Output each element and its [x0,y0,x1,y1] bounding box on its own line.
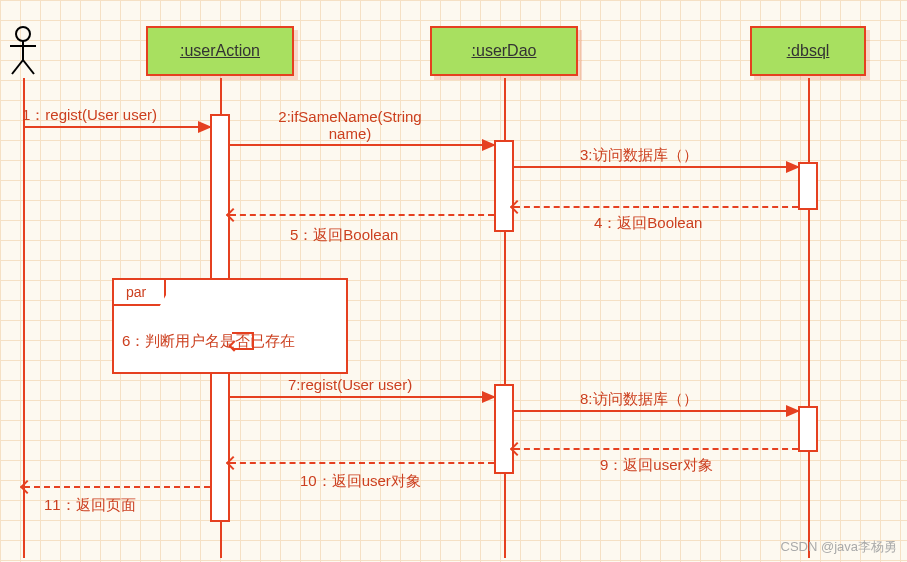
arrow-m9 [514,448,798,450]
lifeline-header-userAction: :userAction [146,26,294,76]
label-m7: 7:regist(User user) [288,376,412,393]
svg-line-3 [12,60,23,74]
svg-line-4 [23,60,34,74]
svg-point-0 [16,27,30,41]
label-m5: 5：返回Boolean [290,226,398,245]
lifeline-header-dbsql: :dbsql [750,26,866,76]
label-m9: 9：返回user对象 [600,456,713,475]
lifeline-label: :userAction [180,42,260,59]
label-m2: 2:ifSameName(String name) [260,108,440,142]
activation-userDao-1 [494,140,514,232]
lifeline-stem-dbsql [808,78,810,558]
fragment-label: par [112,278,166,306]
fragment-par: par 6：判断用户名是否已存在 [112,278,348,374]
lifeline-header-userDao: :userDao [430,26,578,76]
watermark: CSDN @java李杨勇 [781,538,898,556]
arrow-m11 [24,486,210,488]
label-m11: 11：返回页面 [44,496,136,515]
arrow-m1 [24,126,210,128]
actor-icon [8,26,38,76]
lifeline-label: :userDao [472,42,537,59]
label-m8: 8:访问数据库（） [580,390,698,409]
fragment-guard: 6：判断用户名是否已存在 [122,332,295,351]
self-message-arrow [232,332,254,334]
activation-dbsql-2 [798,406,818,452]
activation-userDao-2 [494,384,514,474]
arrow-m2 [230,144,494,146]
arrow-m3 [514,166,798,168]
sequence-diagram: :userAction :userDao :dbsql 1：regist(Use… [0,0,907,562]
arrow-m5 [230,214,494,216]
label-m3: 3:访问数据库（） [580,146,698,165]
arrow-m10 [230,462,494,464]
label-m4: 4：返回Boolean [594,214,702,233]
arrow-m4 [514,206,798,208]
label-m10: 10：返回user对象 [300,472,421,491]
label-m1: 1：regist(User user) [22,106,157,125]
lifeline-label: :dbsql [787,42,830,59]
arrow-m8 [514,410,798,412]
arrow-m7 [230,396,494,398]
activation-dbsql-1 [798,162,818,210]
